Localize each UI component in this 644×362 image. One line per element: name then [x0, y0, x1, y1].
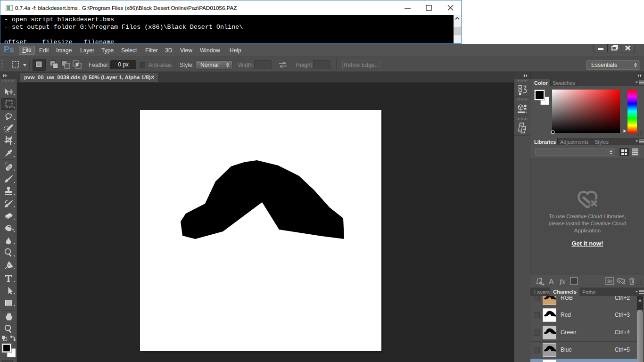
svg-text:A: A: [549, 277, 554, 285]
svg-text:St: St: [607, 279, 612, 284]
svg-text:fx: fx: [560, 278, 565, 285]
